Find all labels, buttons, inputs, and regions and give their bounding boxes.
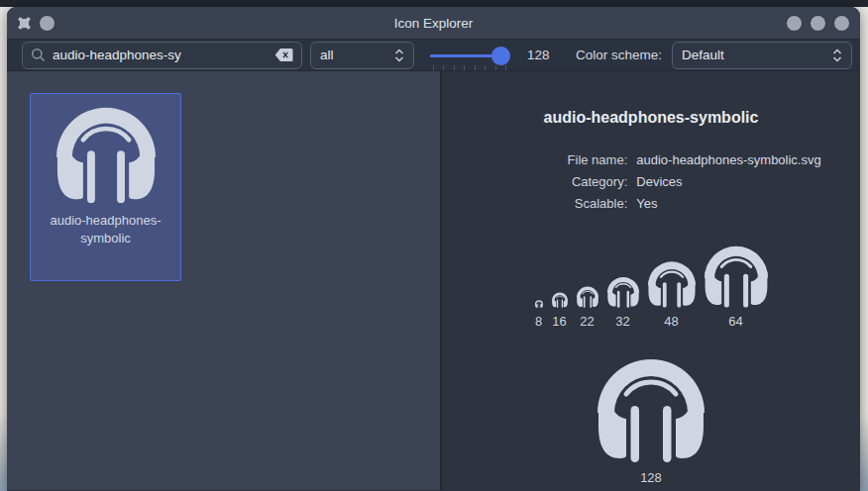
size-previews: 8 16 22 32 48 [535,245,768,329]
icon-tile-selected[interactable]: audio-headphones-symbolic [30,93,181,281]
size-preview-48: 48 [648,260,696,329]
size-preview-64: 64 [705,245,768,329]
chevron-updown-icon [394,49,404,62]
color-scheme-label: Color scheme: [576,48,662,62]
app-icon [17,16,32,31]
details-title: audio-headphones-symbolic [544,109,759,127]
clear-search-icon[interactable] [274,48,293,62]
color-scheme-value: Default [682,48,724,62]
headphones-icon [705,245,768,308]
desktop-top-strip [0,0,868,7]
icon-explorer-window: Icon Explorer audio-headphones-sy all [7,7,860,491]
headphones-icon [648,260,696,308]
slider-handle[interactable] [491,47,510,65]
details-panel: audio-headphones-symbolic File name: aud… [442,71,860,490]
chevron-updown-icon [832,49,842,62]
icon-grid-panel: audio-headphones-symbolic [7,71,442,490]
headphones-icon [535,300,543,308]
size-slider[interactable] [430,42,517,69]
details-table: File name: audio-headphones-symbolic.svg… [481,152,820,211]
search-input[interactable]: audio-headphones-sy [22,42,302,69]
headphones-icon [577,286,598,308]
size-preview-16: 16 [552,292,568,329]
category-filter-value: all [320,48,334,62]
size-preview-32: 32 [607,276,639,329]
icon-tile-label: audio-headphones-symbolic [43,212,169,246]
slider-ticks [433,65,506,70]
close-button[interactable] [833,15,850,32]
minimize-button[interactable] [786,15,803,32]
size-preview-8: 8 [535,300,543,329]
toolbar: audio-headphones-sy all 128 Color scheme… [7,40,860,71]
slider-value: 128 [527,48,550,62]
headphones-icon [552,292,568,308]
category-filter-dropdown[interactable]: all [310,42,414,69]
search-value: audio-headphones-sy [53,48,274,62]
large-preview: 128 [597,356,705,485]
maximize-button[interactable] [810,15,826,32]
large-preview-label: 128 [640,470,662,485]
content-area: audio-headphones-symbolic audio-headphon… [7,71,860,490]
detail-row-scalable: Scalable: Yes [481,196,820,211]
headphones-icon [56,105,156,204]
detail-row-category: Category: Devices [481,174,820,189]
titlebar[interactable]: Icon Explorer [7,7,860,40]
search-icon [31,48,46,62]
size-preview-22: 22 [577,286,598,329]
headphones-icon [597,356,705,463]
headphones-icon [607,276,639,308]
color-scheme-dropdown[interactable]: Default [672,42,852,69]
window-menu-button[interactable] [39,15,55,32]
detail-row-filename: File name: audio-headphones-symbolic.svg [481,152,820,167]
window-title: Icon Explorer [7,16,860,31]
